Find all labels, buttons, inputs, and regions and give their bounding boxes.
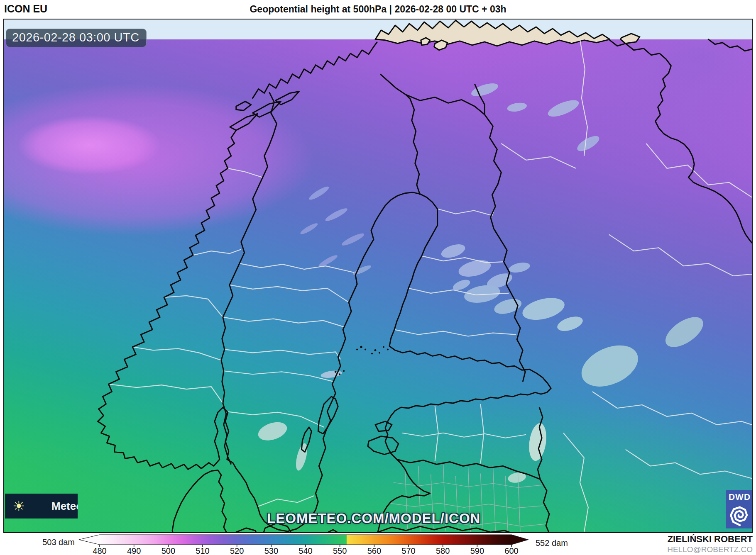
- colorbar-strip: [79, 535, 528, 545]
- colorbar-tick-label: 550: [333, 546, 347, 555]
- dwd-logo: DWD: [726, 490, 753, 528]
- archipelago-dots: [335, 346, 389, 375]
- page-title: Geopotential height at 500hPa | 2026-02-…: [0, 4, 756, 15]
- colorbar-tick-label: 580: [436, 546, 450, 555]
- colorbar-tick-label: 590: [470, 546, 484, 555]
- watermark: LEOMETEO.COM/MODEL/ICON: [267, 511, 480, 526]
- brand-logo: ☀ Meteo: [5, 494, 78, 518]
- colorbar-tick-label: 480: [93, 546, 106, 555]
- lakes: [256, 81, 708, 484]
- weather-map-page: ICON EU Geopotential height at 500hPa | …: [0, 0, 756, 555]
- colorbar: 480490500510520530540550560570580590600: [0, 532, 756, 555]
- national-borders: [174, 74, 551, 532]
- map-graphic: [4, 19, 752, 532]
- sun-icon: ☀: [12, 499, 25, 513]
- timestamp-badge: 2026-02-28 03:00 UTC: [6, 29, 147, 47]
- attribution-email: HELLO@ROBERTZ.CO: [667, 545, 753, 554]
- map-canvas: 2026-02-28 03:00 UTC LEOMETEO.COM/MODEL/…: [3, 19, 753, 533]
- attribution: ZIELIŃSKI ROBERT HELLO@ROBERTZ.CO: [667, 534, 753, 554]
- colorbar-tick-label: 520: [230, 546, 244, 555]
- colorbar-tick-label: 490: [127, 546, 141, 555]
- colorbar-min-label: 503 dam: [25, 538, 75, 547]
- colorbar-ticks: 480490500510520530540550560570580590600: [93, 545, 518, 555]
- colorbar-tick-label: 560: [367, 546, 381, 555]
- colorbar-tick-label: 600: [504, 546, 518, 555]
- spiral-icon: [726, 502, 753, 528]
- attribution-author: ZIELIŃSKI ROBERT: [667, 534, 753, 544]
- colorbar-tick-label: 500: [161, 546, 175, 555]
- region-borders: [108, 39, 752, 532]
- brand-text: Meteo: [51, 500, 78, 513]
- colorbar-tick-label: 530: [264, 546, 278, 555]
- colorbar-tick-label: 570: [401, 546, 415, 555]
- colorbar-tick-label: 540: [298, 546, 312, 555]
- dwd-label: DWD: [729, 492, 751, 502]
- colorbar-tick-label: 510: [196, 546, 209, 555]
- colorbar-max-label: 552 dam: [536, 538, 568, 548]
- coastlines: [98, 39, 752, 532]
